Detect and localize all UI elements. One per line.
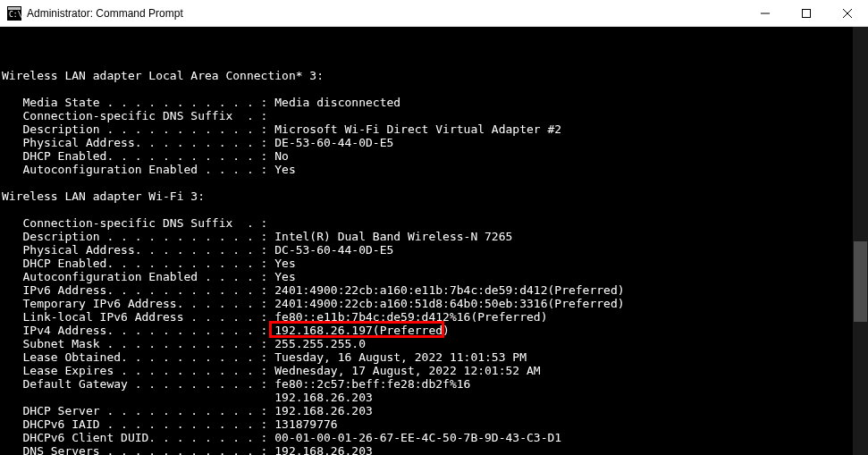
terminal-line: Wireless LAN adapter Local Area Connecti… [2,69,868,82]
terminal-content: Wireless LAN adapter Local Area Connecti… [2,55,868,455]
maximize-button[interactable] [786,0,827,27]
terminal-line [2,82,868,96]
terminal-line: Physical Address. . . . . . . . . : DC-5… [2,243,868,257]
close-button[interactable] [827,0,868,27]
terminal-line: Connection-specific DNS Suffix . : [2,216,868,230]
terminal-line: Temporary IPv6 Address. . . . . . : 2401… [2,297,868,310]
terminal-line: Description . . . . . . . . . . . : Inte… [2,230,868,243]
terminal-line: DHCPv6 Client DUID. . . . . . . . : 00-0… [2,431,868,444]
terminal-line: Lease Expires . . . . . . . . . . : Wedn… [2,364,868,377]
terminal-line: Description . . . . . . . . . . . : Micr… [2,122,868,136]
terminal-line: Media State . . . . . . . . . . . : Medi… [2,96,868,109]
terminal-line [2,176,868,190]
terminal-line: Link-local IPv6 Address . . . . . : fe80… [2,310,868,324]
terminal-line: Autoconfiguration Enabled . . . . : Yes [2,163,868,176]
svg-rect-4 [803,9,811,17]
svg-rect-1 [8,7,21,10]
terminal-line: Default Gateway . . . . . . . . . : fe80… [2,377,868,391]
scrollbar-track[interactable] [853,27,868,455]
cmd-icon: C:\ [7,6,21,21]
terminal-line: Autoconfiguration Enabled . . . . : Yes [2,270,868,283]
window-title: Administrator: Command Prompt [27,7,183,20]
terminal-line: Subnet Mask . . . . . . . . . . . : 255.… [2,337,868,350]
terminal-line: IPv6 Address. . . . . . . . . . . : 2401… [2,283,868,297]
terminal-line: IPv4 Address. . . . . . . . . . . : 192.… [2,324,868,337]
terminal-line: Physical Address. . . . . . . . . : DE-5… [2,136,868,149]
window-titlebar[interactable]: C:\ Administrator: Command Prompt [0,0,868,27]
terminal-area[interactable]: Wireless LAN adapter Local Area Connecti… [0,27,868,455]
terminal-line: DHCP Enabled. . . . . . . . . . . : Yes [2,257,868,270]
terminal-line: Wireless LAN adapter Wi-Fi 3: [2,190,868,203]
terminal-line: DHCP Server . . . . . . . . . . . : 192.… [2,404,868,417]
terminal-line: 192.168.26.203 [2,391,868,404]
terminal-line: Connection-specific DNS Suffix . : [2,109,868,122]
terminal-line [2,203,868,216]
minimize-button[interactable] [745,0,786,27]
window-controls [745,0,868,27]
terminal-line: DHCP Enabled. . . . . . . . . . . : No [2,149,868,163]
scrollbar-thumb[interactable] [854,241,867,322]
terminal-line: DNS Servers . . . . . . . . . . . : 192.… [2,444,868,455]
terminal-line: Lease Obtained. . . . . . . . . . : Tues… [2,350,868,364]
terminal-line: DHCPv6 IAID . . . . . . . . . . . : 1318… [2,417,868,431]
terminal-line [2,55,868,69]
svg-text:C:\: C:\ [9,11,21,19]
